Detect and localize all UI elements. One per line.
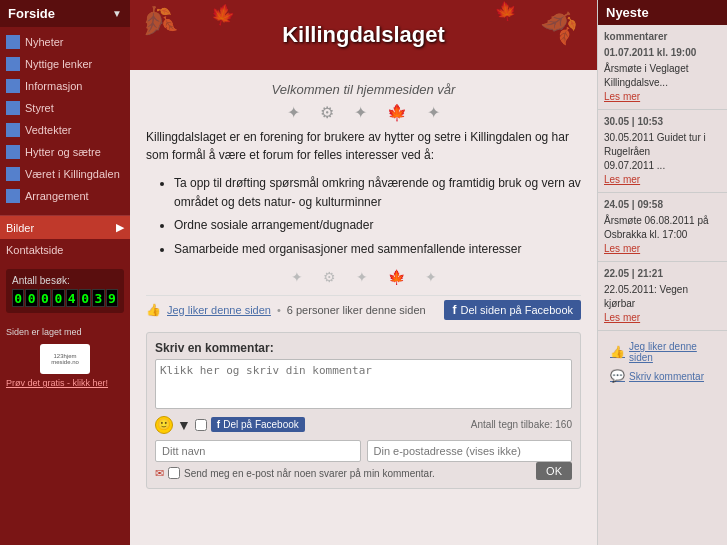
sidebar-item-kontaktside[interactable]: Kontaktside — [0, 239, 130, 261]
main-body: Velkommen til hjemmesiden vår ✦ ⚙ ✦ 🍁 ✦ … — [130, 70, 597, 545]
news-text-1: Årsmøte i Veglaget Killingdalsve... — [604, 62, 721, 90]
news-item-3: 24.05 | 09:58 Årsmøte 06.08.2011 på Osbr… — [598, 193, 727, 262]
char-count-label: Antall tegn tilbake: — [471, 419, 553, 430]
like-left-section: 👍 Jeg liker denne siden • 6 personer lik… — [146, 303, 426, 317]
news-link-2[interactable]: Les mer — [604, 174, 640, 185]
news-datetime-1: 01.07.2011 kl. 19:00 — [604, 46, 721, 60]
sidebar-footer: Siden er laget med 123hjemmeside.no Prøv… — [6, 327, 124, 388]
page-icon — [6, 101, 20, 115]
facebook-share-label: Del siden på Facebook — [460, 304, 573, 316]
list-item-1: Ta opp til drøfting spørsmål omkring nåv… — [174, 174, 581, 212]
sidebar-nav: Nyheter Nyttige lenker Informasjon Styre… — [0, 27, 130, 211]
chevron-right-icon: ▶ — [116, 221, 124, 234]
email-icon: ✉ — [155, 467, 164, 480]
sidebar-comment-icon: 💬 — [610, 369, 625, 383]
thumb-up-icon: 👍 — [146, 303, 161, 317]
like-page-link[interactable]: Jeg liker denne siden — [167, 304, 271, 316]
news-item-1: kommentarer 01.07.2011 kl. 19:00 Årsmøte… — [598, 25, 727, 110]
name-input[interactable] — [155, 440, 361, 462]
visit-label: Antall besøk: — [12, 275, 118, 286]
leaf-icon-4: 🍁 — [493, 0, 518, 24]
right-sidebar: Nyeste kommentarer 01.07.2011 kl. 19:00 … — [597, 0, 727, 545]
dropdown-arrow-icon[interactable]: ▼ — [177, 417, 191, 433]
news-link-1[interactable]: Les mer — [604, 91, 640, 102]
sidebar-item-nyttige-lenker[interactable]: Nyttige lenker — [0, 53, 130, 75]
news-text-2a: 30.05.2011 Guidet tur i Rugelråen — [604, 131, 721, 159]
leaf-icon-1: 🍂 — [135, 0, 179, 43]
news-date-2: 30.05 | 10:53 — [604, 115, 721, 129]
digit-3: 0 — [52, 289, 64, 307]
sidebar-images-section: Bilder ▶ Kontaktside — [0, 215, 130, 261]
news-text-2b: 09.07.2011 ... — [604, 159, 721, 173]
sidebar-item-vedtekter[interactable]: Vedtekter — [0, 119, 130, 141]
deco2-icon-4: 🍁 — [388, 269, 405, 285]
deco-icon-1: ✦ — [287, 103, 300, 122]
sidebar-item-hytter-saetre[interactable]: Hytter og sætre — [0, 141, 130, 163]
deco2-icon-1: ✦ — [291, 269, 303, 285]
left-sidebar: Forside ▼ Nyheter Nyttige lenker Informa… — [0, 0, 130, 545]
deco-icon-3: ✦ — [354, 103, 367, 122]
digit-2: 0 — [39, 289, 51, 307]
digit-0: 0 — [12, 289, 24, 307]
sidebar-header[interactable]: Forside ▼ — [0, 0, 130, 27]
sidebar-like-label: Jeg liker denne siden — [629, 341, 715, 363]
page-icon — [6, 57, 20, 71]
news-item-2: 30.05 | 10:53 30.05.2011 Guidet tur i Ru… — [598, 110, 727, 193]
news-link-3[interactable]: Les mer — [604, 243, 640, 254]
sidebar-like-button[interactable]: 👍 Jeg liker denne siden — [604, 337, 721, 367]
welcome-title: Velkommen til hjemmesiden vår — [146, 82, 581, 97]
deco-icon-2: ⚙ — [320, 103, 334, 122]
sidebar-item-nyheter[interactable]: Nyheter — [0, 31, 130, 53]
like-row: 👍 Jeg liker denne siden • 6 personer lik… — [146, 295, 581, 324]
fb-btn-label: Del på Facebook — [223, 419, 299, 430]
leaf-icon-2: 🍁 — [207, 0, 237, 29]
deco2-icon-2: ⚙ — [323, 269, 336, 285]
digit-1: 0 — [25, 289, 37, 307]
like-count: 6 personer liker denne siden — [287, 304, 426, 316]
intro-text: Killingdalslaget er en forening for bruk… — [146, 128, 581, 164]
sidebar-item-vaeret[interactable]: Været i Killingdalen — [0, 163, 130, 185]
comment-box: Skriv en kommentar: 🙂 ▼ f Del på Faceboo… — [146, 332, 581, 489]
facebook-icon: f — [452, 303, 456, 317]
news-link-4[interactable]: Les mer — [604, 312, 640, 323]
sidebar-thumb-icon: 👍 — [610, 345, 625, 359]
sidebar-item-bilder[interactable]: Bilder ▶ — [0, 216, 130, 239]
footer-free-link[interactable]: Prøv det gratis - klikk her! — [6, 378, 108, 388]
digit-5: 0 — [79, 289, 91, 307]
decorative-divider-top: ✦ ⚙ ✦ 🍁 ✦ — [146, 103, 581, 122]
sidebar-comment-label: Skriv kommentar — [629, 371, 704, 382]
subscribe-checkbox[interactable] — [168, 467, 180, 479]
subscribe-section: ✉ Send meg en e-post når noen svarer på … — [155, 467, 435, 480]
sidebar-home-label: Forside — [8, 6, 55, 21]
ok-button[interactable]: OK — [536, 462, 572, 480]
smiley-button[interactable]: 🙂 — [155, 416, 173, 434]
email-input[interactable] — [367, 440, 573, 462]
facebook-share-button[interactable]: f Del siden på Facebook — [444, 300, 581, 320]
fb-post-checkbox[interactable] — [195, 419, 207, 431]
facebook-inline-share-button[interactable]: f Del på Facebook — [211, 417, 305, 432]
comment-controls: 🙂 ▼ f Del på Facebook Antall tegn tilbak… — [155, 416, 572, 434]
sidebar-logo: 123hjemmeside.no — [40, 344, 90, 374]
page-icon — [6, 189, 20, 203]
list-item-2: Ordne sosiale arrangement/dugnader — [174, 216, 581, 235]
digit-6: 3 — [92, 289, 104, 307]
subscribe-row: ✉ Send meg en e-post når noen svarer på … — [155, 462, 572, 480]
news-date-3: 24.05 | 09:58 — [604, 198, 721, 212]
right-sidebar-footer: 👍 Jeg liker denne siden 💬 Skriv kommenta… — [598, 331, 727, 395]
deco-icon-5: ✦ — [427, 103, 440, 122]
sidebar-comment-button[interactable]: 💬 Skriv kommentar — [604, 367, 721, 389]
subscribe-label: Send meg en e-post når noen svarer på mi… — [184, 468, 435, 479]
comment-controls-left: 🙂 ▼ f Del på Facebook — [155, 416, 305, 434]
sidebar-arrow-icon: ▼ — [112, 8, 122, 19]
counter-digits: 0 0 0 0 4 0 3 9 — [12, 289, 118, 307]
footer-text: Siden er laget med — [6, 327, 124, 337]
facebook-small-icon: f — [217, 419, 220, 430]
news-item-4: 22.05 | 21:21 22.05.2011: Vegen kjørbar … — [598, 262, 727, 331]
char-count-display: Antall tegn tilbake: 160 — [471, 419, 572, 430]
sidebar-item-styret[interactable]: Styret — [0, 97, 130, 119]
sidebar-item-arrangement[interactable]: Arrangement — [0, 185, 130, 207]
deco2-icon-5: ✦ — [425, 269, 437, 285]
comment-textarea[interactable] — [155, 359, 572, 409]
sidebar-item-informasjon[interactable]: Informasjon — [0, 75, 130, 97]
news-date-4: 22.05 | 21:21 — [604, 267, 721, 281]
